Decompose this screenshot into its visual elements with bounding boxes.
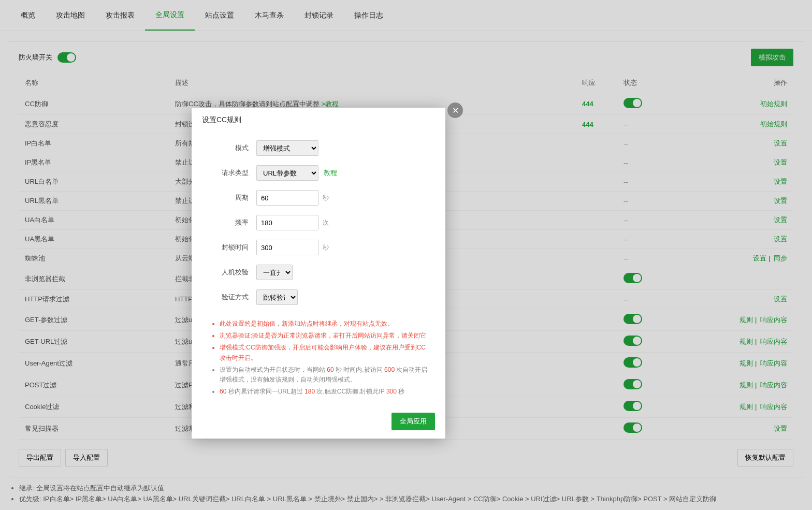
tip-red: 增强模式:CC防御加强版，开启后可能会影响用户体验，建议在用户受到CC攻击时开启… (220, 343, 430, 362)
lock-label: 封锁时间 (207, 243, 256, 252)
mode-select[interactable]: 增强模式 (256, 140, 318, 156)
lock-unit: 秒 (323, 243, 329, 252)
verify-select[interactable]: 跳转验证 (256, 289, 298, 305)
tips-section: 此处设置的是初始值，新添加站点时将继承，对现有站点无效。 浏览器验证:验证是否为… (192, 319, 445, 406)
freq-unit: 次 (323, 218, 329, 227)
cc-rules-modal: ✕ 设置CC规则 模式 增强模式 请求类型 URL带参数 教程 周期 秒 频率 … (192, 108, 445, 439)
human-select[interactable]: 一直开启 (256, 265, 293, 280)
req-type-label: 请求类型 (207, 168, 256, 178)
apply-button[interactable]: 全局应用 (392, 413, 435, 430)
mode-label: 模式 (207, 143, 256, 153)
tip-grey: 60 秒内累计请求同一URL超过 180 次,触发CC防御,封锁此IP 300 … (220, 387, 430, 397)
close-icon[interactable]: ✕ (447, 103, 463, 118)
tip-red: 此处设置的是初始值，新添加站点时将继承，对现有站点无效。 (220, 319, 430, 329)
modal-title: 设置CC规则 (192, 108, 445, 133)
freq-input[interactable] (256, 215, 318, 230)
freq-label: 频率 (207, 218, 256, 227)
tutorial-link[interactable]: 教程 (324, 168, 337, 178)
verify-label: 验证方式 (207, 293, 256, 302)
period-label: 周期 (207, 193, 256, 202)
lock-input[interactable] (256, 240, 318, 255)
tip-red: 浏览器验证:验证是否为正常浏览器请求，若打开后网站访问异常，请关闭它 (220, 331, 430, 341)
req-type-select[interactable]: URL带参数 (256, 165, 318, 181)
tip-grey: 设置为自动模式为开启状态时，当网站 60 秒 时间内,被访问 600 次自动开启… (220, 365, 430, 385)
human-label: 人机校验 (207, 268, 256, 277)
period-unit: 秒 (323, 194, 329, 202)
period-input[interactable] (256, 190, 318, 206)
